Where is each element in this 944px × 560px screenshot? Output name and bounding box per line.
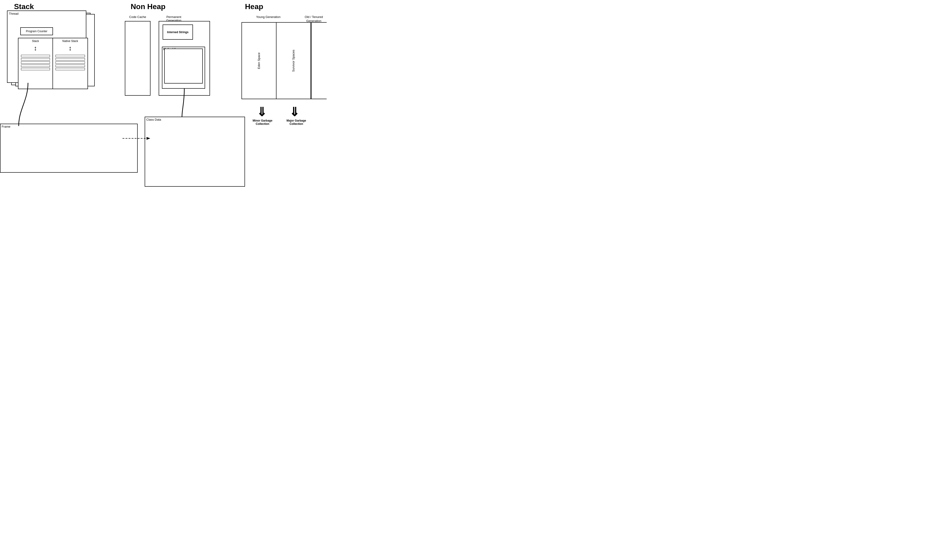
stack-arrow-icon: ↕ <box>34 45 37 52</box>
eden-space-column: Eden Space <box>241 22 277 99</box>
stack-lines <box>21 55 50 71</box>
thread-box: Thread Program Counter Stack ↕ Native <box>7 11 86 83</box>
program-counter-box: Program Counter <box>20 27 53 35</box>
program-counter-label: Program Counter <box>26 30 48 33</box>
old-generation-box <box>311 22 327 99</box>
native-line-3 <box>55 62 85 64</box>
frame-label: Frame <box>2 125 11 128</box>
heap-title: Heap <box>245 2 263 11</box>
survivor-spaces-column: Survivor Spaces <box>276 22 311 99</box>
ma-inner-box <box>164 49 203 83</box>
stack-title: Stack <box>14 2 34 11</box>
major-gc-label: Major Garbage Collection <box>283 119 309 126</box>
nonheap-title: Non Heap <box>131 2 165 11</box>
minor-gc-label: Minor Garbage Collection <box>251 119 274 126</box>
stack-line-2 <box>21 58 50 60</box>
thread-label: Thread <box>9 12 18 15</box>
stack-line-3 <box>21 62 50 64</box>
native-line-1 <box>55 55 85 57</box>
native-stack-arrow-icon: ↕ <box>69 45 72 52</box>
stack-col-label: Stack <box>32 39 39 43</box>
native-line-4 <box>55 65 85 67</box>
young-generation-label: Young Generation <box>245 15 292 18</box>
interned-strings-box: Interned Strings <box>163 25 193 40</box>
native-stack-column: Native Stack ↕ <box>53 38 88 89</box>
stack-line-5 <box>21 68 50 70</box>
minor-gc-arrow-icon: ⇓ <box>257 105 267 119</box>
eden-space-label: Eden Space <box>257 52 261 69</box>
major-gc-arrow-icon: ⇓ <box>289 105 300 119</box>
class-data-label: Class Data <box>146 118 161 122</box>
stack-native-area: Stack ↕ Native Stack ↕ <box>18 38 88 89</box>
survivor-spaces-label: Survivor Spaces <box>292 50 295 72</box>
native-line-5 <box>55 68 85 70</box>
interned-strings-label: Interned Strings <box>167 31 189 34</box>
code-cache-label: Code Cache <box>127 15 148 18</box>
old-tenured-label: Old / Tenured Generation <box>299 15 327 23</box>
native-stack-lines <box>55 55 85 71</box>
code-cache-box <box>125 21 151 96</box>
class-data-box: Class Data <box>145 117 245 187</box>
frame-box: Frame <box>0 124 138 173</box>
native-line-2 <box>55 58 85 60</box>
stack-line-1 <box>21 55 50 57</box>
native-stack-label: Native Stack <box>62 39 78 43</box>
stack-line-4 <box>21 65 50 67</box>
stack-column: Stack ↕ <box>18 38 53 89</box>
